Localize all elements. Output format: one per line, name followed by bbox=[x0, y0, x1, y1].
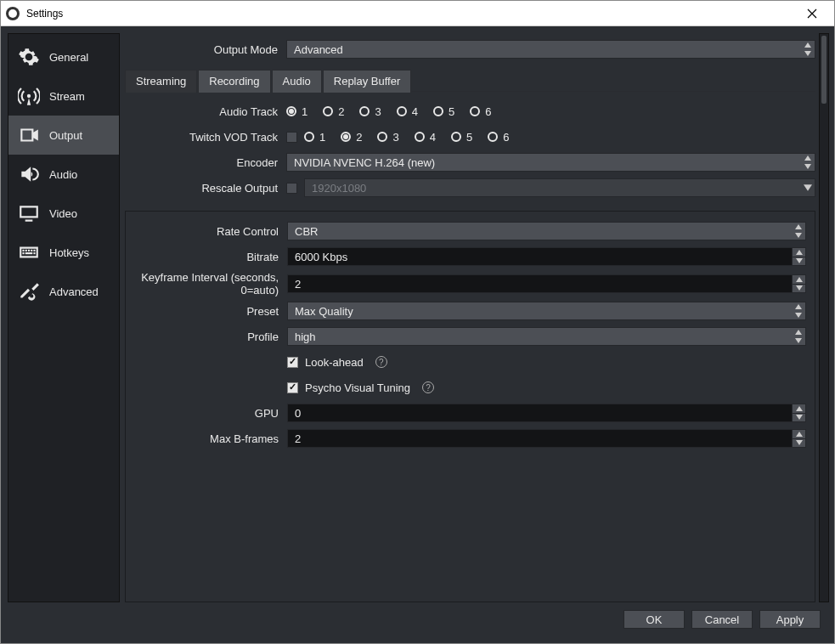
chevron-down-icon[interactable] bbox=[792, 439, 805, 448]
audio-track-2[interactable]: 2 bbox=[323, 105, 344, 118]
sidebar-item-label: Hotkeys bbox=[49, 246, 89, 259]
help-icon[interactable]: ? bbox=[422, 381, 434, 393]
speaker-icon bbox=[17, 162, 41, 186]
keyframe-label: Keyframe Interval (seconds, 0=auto) bbox=[126, 271, 287, 297]
chevron-up-icon bbox=[792, 223, 805, 231]
chevron-down-icon bbox=[801, 49, 815, 58]
close-button[interactable] bbox=[795, 2, 829, 25]
titlebar: Settings bbox=[1, 1, 834, 26]
twitch-vod-2[interactable]: 2 bbox=[341, 131, 362, 144]
sidebar-item-label: Advanced bbox=[49, 285, 99, 298]
keyboard-icon bbox=[17, 240, 41, 264]
rescale-label: Rescale Output bbox=[125, 182, 286, 195]
chevron-down-icon[interactable] bbox=[792, 257, 805, 266]
settings-sidebar: General Stream Output Audio Video bbox=[8, 33, 120, 602]
rescale-checkbox[interactable] bbox=[286, 183, 297, 194]
sidebar-item-stream[interactable]: Stream bbox=[8, 76, 119, 116]
sidebar-item-general[interactable]: General bbox=[8, 37, 119, 76]
chevron-down-icon bbox=[792, 336, 805, 345]
tab-recording[interactable]: Recording bbox=[198, 70, 270, 93]
scrollbar[interactable] bbox=[819, 33, 829, 602]
help-icon[interactable]: ? bbox=[375, 356, 387, 368]
twitch-vod-4[interactable]: 4 bbox=[415, 131, 436, 144]
preset-select[interactable]: Max Quality bbox=[287, 302, 806, 320]
ok-button[interactable]: OK bbox=[623, 610, 685, 629]
lookahead-checkbox[interactable] bbox=[287, 357, 298, 368]
twitch-vod-label: Twitch VOD Track bbox=[125, 131, 286, 144]
sidebar-item-label: General bbox=[49, 51, 88, 64]
rate-control-label: Rate Control bbox=[126, 225, 287, 238]
audio-track-group: 1 2 3 4 5 6 bbox=[286, 105, 815, 118]
rescale-select: 1920x1080 bbox=[304, 178, 815, 197]
audio-track-label: Audio Track bbox=[125, 105, 286, 118]
preset-label: Preset bbox=[126, 305, 287, 318]
tools-icon bbox=[17, 280, 41, 303]
sidebar-item-hotkeys[interactable]: Hotkeys bbox=[8, 233, 119, 272]
audio-track-1[interactable]: 1 bbox=[286, 105, 307, 118]
output-mode-select[interactable]: Advanced bbox=[286, 40, 815, 59]
bitrate-input[interactable]: 6000 Kbps bbox=[287, 247, 806, 266]
encoder-select[interactable]: NVIDIA NVENC H.264 (new) bbox=[286, 153, 815, 172]
output-tabs: Streaming Recording Audio Replay Buffer bbox=[125, 69, 815, 92]
chevron-down-icon bbox=[801, 184, 815, 191]
chevron-down-icon bbox=[792, 231, 805, 240]
sidebar-item-label: Output bbox=[49, 129, 82, 142]
chevron-down-icon bbox=[792, 311, 805, 319]
bframes-label: Max B-frames bbox=[126, 432, 287, 445]
chevron-up-icon[interactable] bbox=[792, 248, 805, 257]
psycho-label: Psycho Visual Tuning bbox=[305, 381, 410, 394]
scrollbar-thumb[interactable] bbox=[821, 36, 827, 104]
twitch-vod-1[interactable]: 1 bbox=[304, 131, 325, 144]
chevron-up-icon bbox=[801, 154, 815, 162]
twitch-vod-6[interactable]: 6 bbox=[488, 131, 509, 144]
sidebar-item-advanced[interactable]: Advanced bbox=[8, 272, 119, 311]
monitor-icon bbox=[17, 201, 41, 225]
sidebar-item-audio[interactable]: Audio bbox=[8, 155, 119, 194]
sidebar-item-label: Audio bbox=[49, 168, 77, 181]
cancel-button[interactable]: Cancel bbox=[691, 610, 753, 629]
psycho-checkbox[interactable] bbox=[287, 382, 298, 393]
chevron-up-icon[interactable] bbox=[792, 404, 805, 414]
antenna-icon bbox=[17, 84, 41, 108]
sidebar-item-output[interactable]: Output bbox=[8, 116, 119, 155]
sidebar-item-video[interactable]: Video bbox=[8, 194, 119, 233]
tab-streaming[interactable]: Streaming bbox=[125, 70, 197, 93]
chevron-up-icon[interactable] bbox=[792, 430, 805, 439]
encoder-settings-panel: Rate Control CBR Bitrate 6000 Kbps Keyfr… bbox=[125, 211, 815, 602]
bitrate-label: Bitrate bbox=[126, 251, 287, 263]
sidebar-item-label: Video bbox=[49, 207, 77, 220]
audio-track-4[interactable]: 4 bbox=[397, 105, 418, 118]
window-title: Settings bbox=[26, 8, 795, 20]
chevron-up-icon bbox=[792, 328, 805, 336]
gpu-input[interactable]: 0 bbox=[287, 404, 806, 422]
tab-replay-buffer[interactable]: Replay Buffer bbox=[323, 70, 412, 93]
sidebar-item-label: Stream bbox=[49, 90, 85, 103]
gear-icon bbox=[17, 45, 41, 69]
twitch-vod-enable-checkbox[interactable] bbox=[286, 132, 297, 143]
twitch-vod-group: 1 2 3 4 5 6 bbox=[286, 131, 815, 144]
bframes-input[interactable]: 2 bbox=[287, 429, 806, 448]
chevron-down-icon bbox=[801, 162, 815, 171]
chevron-up-icon[interactable] bbox=[792, 275, 805, 285]
profile-select[interactable]: high bbox=[287, 327, 806, 346]
apply-button[interactable]: Apply bbox=[759, 610, 821, 629]
keyframe-input[interactable]: 2 bbox=[287, 274, 806, 293]
chevron-down-icon[interactable] bbox=[792, 285, 805, 293]
twitch-vod-3[interactable]: 3 bbox=[377, 131, 398, 144]
tab-audio[interactable]: Audio bbox=[272, 70, 322, 93]
lookahead-label: Look-ahead bbox=[305, 356, 364, 369]
audio-track-6[interactable]: 6 bbox=[470, 105, 491, 118]
dialog-footer: OK Cancel Apply bbox=[8, 602, 829, 636]
twitch-vod-5[interactable]: 5 bbox=[451, 131, 472, 144]
profile-label: Profile bbox=[126, 330, 287, 343]
audio-track-5[interactable]: 5 bbox=[433, 105, 454, 118]
app-icon bbox=[6, 7, 20, 20]
chevron-up-icon bbox=[792, 302, 805, 311]
gpu-label: GPU bbox=[126, 407, 287, 420]
audio-track-3[interactable]: 3 bbox=[359, 105, 381, 118]
rate-control-select[interactable]: CBR bbox=[287, 222, 806, 240]
encoder-label: Encoder bbox=[125, 156, 286, 169]
chevron-up-icon bbox=[801, 41, 815, 49]
chevron-down-icon[interactable] bbox=[792, 414, 805, 422]
output-mode-label: Output Mode bbox=[125, 43, 286, 56]
